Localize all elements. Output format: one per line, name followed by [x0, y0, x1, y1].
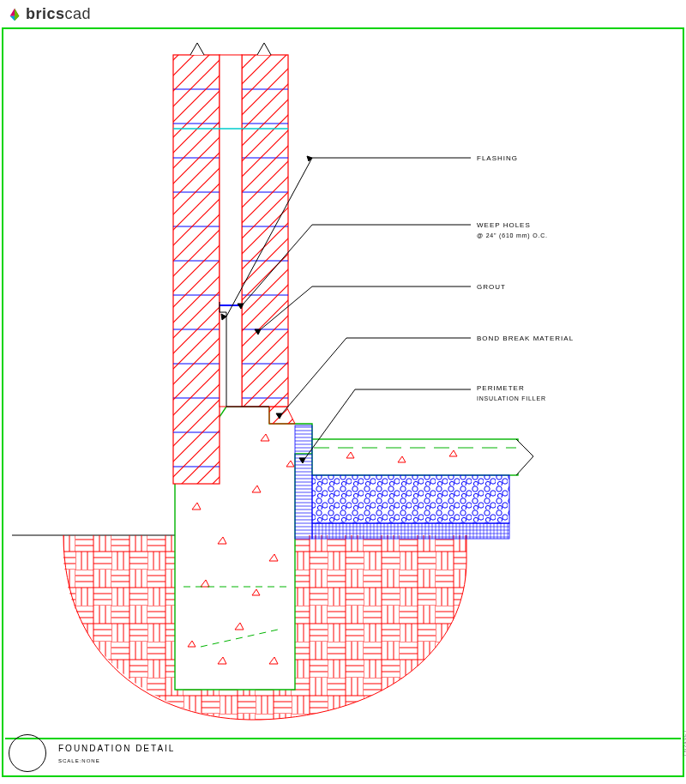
- frame-right: [683, 27, 684, 777]
- svg-rect-12: [312, 475, 509, 523]
- svg-marker-2: [15, 8, 19, 20]
- brand-name: bricscad: [26, 5, 91, 23]
- label-perimeter: PERIMETER INSULATION FILLER: [477, 384, 546, 401]
- label-perimeter-line2: INSULATION FILLER: [477, 395, 546, 401]
- label-weep-line1: WEEP HOLES: [477, 221, 548, 229]
- brand-logo-row: bricscad: [7, 5, 91, 23]
- label-weep-line2: @ 24" (610 mm) O.C.: [477, 232, 548, 238]
- title-block: FOUNDATION DETAIL SCALE:NONE: [9, 734, 681, 772]
- label-grout: GROUT: [477, 283, 506, 291]
- label-bond-break: BOND BREAK MATERIAL: [477, 335, 574, 342]
- svg-rect-40: [242, 55, 288, 407]
- svg-rect-14: [295, 425, 312, 539]
- label-weep: WEEP HOLES @ 24" (610 mm) O.C.: [477, 221, 548, 238]
- label-flashing: FLASHING: [477, 154, 518, 162]
- svg-rect-10: [312, 439, 518, 475]
- label-perimeter-line1: PERIMETER: [477, 384, 546, 392]
- drawing-id-tag: TN249F1: [683, 729, 686, 757]
- drawing-title: FOUNDATION DETAIL: [58, 744, 175, 753]
- frame-bottom: [2, 775, 684, 777]
- svg-rect-28: [173, 55, 220, 484]
- bricscad-logo-icon: [7, 7, 22, 22]
- svg-rect-13: [312, 523, 509, 539]
- foundation-diagram: [3, 29, 683, 733]
- svg-rect-41: [220, 55, 242, 407]
- detail-marker-circle-icon: [9, 734, 46, 772]
- drawing-scale: SCALE:NONE: [58, 758, 175, 763]
- drawing-canvas: FLASHING WEEP HOLES @ 24" (610 mm) O.C. …: [3, 29, 683, 733]
